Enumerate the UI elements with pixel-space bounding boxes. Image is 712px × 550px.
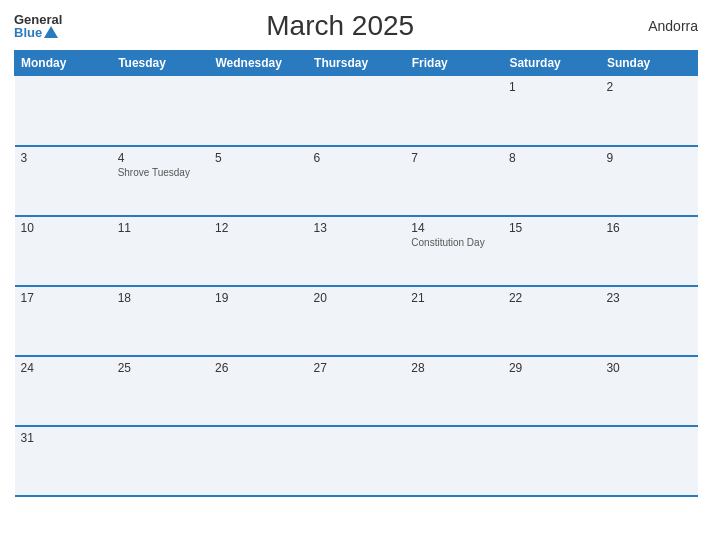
calendar-cell <box>209 76 308 146</box>
day-number: 4 <box>118 151 203 165</box>
country-name: Andorra <box>618 18 698 34</box>
calendar-cell: 2 <box>600 76 697 146</box>
calendar-cell: 15 <box>503 216 601 286</box>
calendar-cell: 3 <box>15 146 112 216</box>
logo-triangle-icon <box>44 26 58 38</box>
calendar-cell <box>112 426 209 496</box>
calendar-cell: 28 <box>405 356 503 426</box>
day-number: 12 <box>215 221 302 235</box>
day-number: 25 <box>118 361 203 375</box>
calendar-cell <box>405 76 503 146</box>
day-number: 6 <box>314 151 400 165</box>
day-number: 27 <box>314 361 400 375</box>
calendar-week-row: 12 <box>15 76 698 146</box>
day-number: 5 <box>215 151 302 165</box>
day-number: 26 <box>215 361 302 375</box>
day-number: 2 <box>606 80 691 94</box>
calendar-cell <box>503 426 601 496</box>
day-number: 7 <box>411 151 497 165</box>
calendar-week-row: 34Shrove Tuesday56789 <box>15 146 698 216</box>
calendar-cell <box>112 76 209 146</box>
calendar-cell <box>308 426 406 496</box>
day-number: 23 <box>606 291 691 305</box>
calendar-cell: 4Shrove Tuesday <box>112 146 209 216</box>
calendar-cell: 21 <box>405 286 503 356</box>
calendar-week-row: 31 <box>15 426 698 496</box>
day-number: 19 <box>215 291 302 305</box>
day-number: 17 <box>21 291 106 305</box>
calendar-cell: 8 <box>503 146 601 216</box>
calendar-container: General Blue March 2025 Andorra Monday T… <box>0 0 712 550</box>
calendar-grid: Monday Tuesday Wednesday Thursday Friday… <box>14 50 698 497</box>
header-wednesday: Wednesday <box>209 51 308 76</box>
calendar-cell: 31 <box>15 426 112 496</box>
calendar-cell: 22 <box>503 286 601 356</box>
day-number: 29 <box>509 361 595 375</box>
calendar-cell: 18 <box>112 286 209 356</box>
calendar-cell: 23 <box>600 286 697 356</box>
day-number: 31 <box>21 431 106 445</box>
calendar-cell <box>308 76 406 146</box>
calendar-cell: 29 <box>503 356 601 426</box>
calendar-title: March 2025 <box>62 10 618 42</box>
header-thursday: Thursday <box>308 51 406 76</box>
calendar-cell: 30 <box>600 356 697 426</box>
calendar-cell: 16 <box>600 216 697 286</box>
header-sunday: Sunday <box>600 51 697 76</box>
calendar-cell: 12 <box>209 216 308 286</box>
calendar-cell: 19 <box>209 286 308 356</box>
logo: General Blue <box>14 13 62 39</box>
calendar-cell: 7 <box>405 146 503 216</box>
event-label: Shrove Tuesday <box>118 167 203 178</box>
day-number: 14 <box>411 221 497 235</box>
header-friday: Friday <box>405 51 503 76</box>
day-number: 9 <box>606 151 691 165</box>
calendar-week-row: 24252627282930 <box>15 356 698 426</box>
day-number: 8 <box>509 151 595 165</box>
calendar-cell <box>209 426 308 496</box>
calendar-cell: 17 <box>15 286 112 356</box>
day-number: 28 <box>411 361 497 375</box>
calendar-cell: 14Constitution Day <box>405 216 503 286</box>
event-label: Constitution Day <box>411 237 497 248</box>
calendar-week-row: 17181920212223 <box>15 286 698 356</box>
calendar-cell: 13 <box>308 216 406 286</box>
header-tuesday: Tuesday <box>112 51 209 76</box>
calendar-cell: 25 <box>112 356 209 426</box>
calendar-cell: 10 <box>15 216 112 286</box>
calendar-cell: 26 <box>209 356 308 426</box>
calendar-cell <box>405 426 503 496</box>
calendar-week-row: 1011121314Constitution Day1516 <box>15 216 698 286</box>
calendar-cell: 20 <box>308 286 406 356</box>
day-number: 30 <box>606 361 691 375</box>
calendar-cell <box>600 426 697 496</box>
day-number: 1 <box>509 80 595 94</box>
day-number: 24 <box>21 361 106 375</box>
header-saturday: Saturday <box>503 51 601 76</box>
calendar-cell: 5 <box>209 146 308 216</box>
day-number: 11 <box>118 221 203 235</box>
calendar-cell: 6 <box>308 146 406 216</box>
day-number: 3 <box>21 151 106 165</box>
day-number: 10 <box>21 221 106 235</box>
day-number: 15 <box>509 221 595 235</box>
calendar-cell <box>15 76 112 146</box>
calendar-cell: 11 <box>112 216 209 286</box>
weekday-header-row: Monday Tuesday Wednesday Thursday Friday… <box>15 51 698 76</box>
day-number: 20 <box>314 291 400 305</box>
header-monday: Monday <box>15 51 112 76</box>
day-number: 16 <box>606 221 691 235</box>
calendar-header: General Blue March 2025 Andorra <box>14 10 698 42</box>
calendar-cell: 9 <box>600 146 697 216</box>
day-number: 21 <box>411 291 497 305</box>
calendar-cell: 1 <box>503 76 601 146</box>
day-number: 13 <box>314 221 400 235</box>
calendar-cell: 24 <box>15 356 112 426</box>
calendar-cell: 27 <box>308 356 406 426</box>
day-number: 18 <box>118 291 203 305</box>
day-number: 22 <box>509 291 595 305</box>
logo-blue-text: Blue <box>14 26 62 39</box>
